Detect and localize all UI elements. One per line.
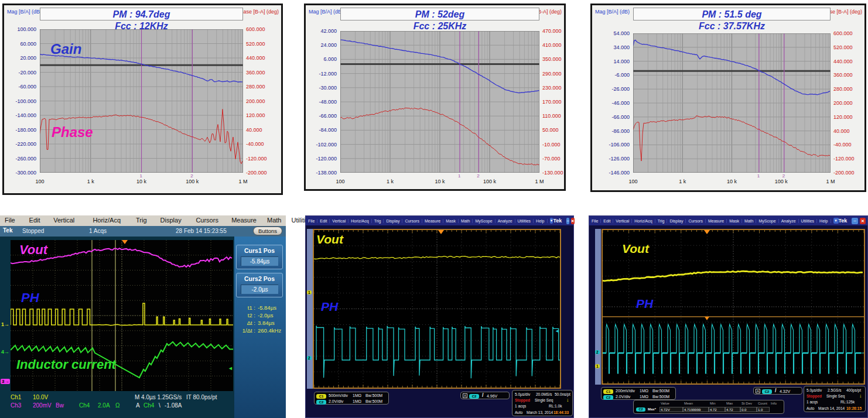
freq-tick-label: 1 M [820,179,841,184]
menu-item-cursors[interactable]: Cursors [402,219,422,223]
menu-item-trig[interactable]: Trig [372,219,384,223]
menu-item-vertical[interactable]: Vertical [613,219,632,223]
readout-seg: Bw [56,402,64,409]
tek-logo: Tek [839,218,848,224]
menu-item-display[interactable]: Display [384,219,402,223]
menu-item-horizacq[interactable]: Horiz/Acq [632,219,655,223]
minimize-button[interactable]: – [566,218,569,224]
menu-item-help[interactable]: Help [817,219,831,223]
phase-tick-label: 200.000 [246,99,265,104]
menu-item-cursors[interactable]: Cursors [196,217,218,224]
menu-item-trig[interactable]: Trig [655,219,668,223]
menu-item-help[interactable]: Help [534,219,547,223]
menu-item-vertical[interactable]: Vertical [53,217,74,224]
menu-item-myscope[interactable]: MyScope [756,219,778,223]
acq-time: 18:44:33 [553,410,569,414]
channel-marker: 2 [307,356,312,360]
menu-item-horizacq[interactable]: Horiz/Acq [348,219,371,223]
channel-row[interactable]: C22.0V/div1MΩBw:500M [316,399,390,405]
resolution: 400ps/pt [846,388,861,392]
menu-item-analyze[interactable]: Analyze [779,219,799,223]
mag-tick-label: -140.000 [5,113,36,118]
pm-title-box: PM : 52deg [340,8,539,20]
readout-seg: A [136,402,140,409]
channel-readout-box: C1500mV/div1MΩBw:500MC22.0V/div1MΩBw:500… [314,392,389,405]
menu-item-file[interactable]: File [5,217,15,224]
trigger-source-badge: C2 [762,389,772,394]
close-button[interactable]: ✕ [860,218,866,224]
menu-item-edit[interactable]: Edit [317,219,330,223]
fcc-title: Fcc : 25KHz [340,20,539,32]
buttons-button[interactable]: Buttons [253,227,282,235]
menu-item-measure[interactable]: Measure [422,219,443,223]
phase-tick-label: 280.000 [246,84,265,90]
freq-tick-label: 100 [29,179,50,184]
menu-item-cursors[interactable]: Cursors [686,219,706,223]
menu-item-file[interactable]: File [589,219,601,223]
readout-seg: Ch3 [11,402,21,409]
mag-tick-label: -6.000 [593,73,630,78]
menu-item-edit[interactable]: Edit [29,217,40,224]
cursor-pos-box[interactable]: Curs1 Pos-5.84µs [236,245,283,269]
menu-item-analyze[interactable]: Analyze [495,219,515,223]
channel-badge: C2 [603,395,613,400]
meas-cell: 4.7199999 [683,407,709,412]
mag-tick-label: -30.000 [307,85,337,91]
trigger-mode-icon: A [463,393,467,398]
record-length: RL:125k [840,400,855,404]
menu-item-mask[interactable]: Mask [443,219,459,223]
trigger-level: 4.96V [487,394,497,398]
close-button[interactable]: ✕ [571,218,575,224]
meas-channel-badge: C2 [636,407,645,412]
phase-curve-label: Phase [52,124,93,141]
pm-title: PM : 94.7deg [40,9,242,20]
menu-item-measure[interactable]: Measure [706,219,727,223]
menu-more-button[interactable]: ▼ [833,218,839,224]
menu-item-horizacq[interactable]: Horiz/Acq [93,217,121,224]
menu-item-math[interactable]: Math [742,219,757,223]
menu-item-math[interactable]: Math [459,219,473,223]
trigger-readout-box: AC2/4.96V [460,392,510,399]
readout-seg: Ch4 [79,402,90,409]
mag-tick-label: -146.000 [593,170,630,176]
sample-rate: 20.0MS/s [536,392,552,396]
menu-item-measure[interactable]: Measure [231,217,257,224]
menu-item-edit[interactable]: Edit [601,219,613,223]
phase-tick-label: -40.000 [246,142,264,147]
freq-tick-label: 1 k [380,179,401,184]
mag-tick-label: 34.000 [593,45,630,50]
mag-axis-label: Mag [B/A] (dB) [7,9,42,15]
meas-header: Count [758,402,767,405]
trigger-readout-box: AC2/4.32V [753,387,802,395]
channel-row[interactable]: C22.0V/div1MΩBw:500M [603,395,677,400]
acq-date: March 13, 2014 [527,410,553,414]
channel-badge: C1 [316,394,326,399]
menu-item-mask[interactable]: Mask [727,219,742,223]
left-strip [595,229,601,385]
mag-tick-label: -86.000 [593,129,630,134]
seq-arrow-icon: ↓ [859,393,862,399]
expand-arrow: ◄ [555,328,559,334]
menu-item-utilities[interactable]: Utilities [799,219,818,223]
channel-row[interactable]: C1200mV/div1MΩBw:500M [603,389,677,394]
menu-item-trig[interactable]: Trig [136,217,147,224]
mag-axis-label: Mag [B/A] (dB) [595,9,630,15]
menu-item-display[interactable]: Display [160,217,182,224]
readout-seg: M 4.0µs 1.25GS/s [135,394,182,400]
menu-item-math[interactable]: Math [267,217,281,224]
phase-tick-label: -40.000 [833,142,852,148]
mag-tick-label: 60.000 [5,42,36,47]
menu-item-utilities[interactable]: Utilities [515,219,534,223]
bode-plot-1: Mag [B/A] (dB)Phase [B-A] (deg)PM : 94.7… [2,4,283,195]
menu-item-file[interactable]: File [306,219,317,223]
mag-tick-label: -300.000 [5,170,36,176]
acq-date: March 14, 2014 [818,406,845,410]
menu-item-vertical[interactable]: Vertical [330,219,348,223]
channel-row[interactable]: C1500mV/div1MΩBw:500M [316,393,390,399]
minimize-button[interactable]: – [852,218,857,224]
cursor-pos-box[interactable]: Curs2 Pos-2.0µs [236,273,283,297]
phase-tick-label: 40.000 [246,128,262,133]
menu-item-display[interactable]: Display [667,219,686,223]
menu-item-myscope[interactable]: MyScope [473,219,495,223]
cursor-label: 1 [458,173,460,179]
